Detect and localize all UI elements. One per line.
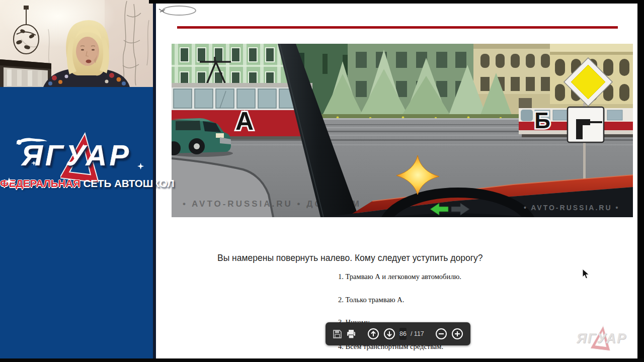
question-text: Вы намерены повернуть налево. Кому следу… [217,253,499,263]
panel-border [153,0,156,358]
slide-image: А Б [172,44,633,217]
brand-logo: ЯГУАР ФЕДЕРАЛЬНАЯ СЕТЬ АВТОШКОЛ [0,131,153,197]
print-button[interactable] [346,326,356,341]
pdf-toolbar: 86 / 117 [326,322,470,345]
print-icon [346,329,356,339]
answer-option-2: 2. Только трамваю А. [338,296,499,304]
zoom-out-button[interactable] [435,326,447,341]
webcam-video [0,0,153,87]
save-button[interactable] [333,326,342,341]
zoom-in-icon [451,328,463,340]
fullscreen-button[interactable] [474,326,486,341]
bottom-frame-bar [0,358,644,362]
page-down-icon [383,328,395,340]
main-road-direction-sign [568,107,604,142]
ellipse-doodle [156,3,198,18]
right-frame-bar [637,0,644,362]
mirror [0,59,51,87]
slide-watermark-right: • AVTO-RUSSIA.RU • [524,204,619,212]
top-frame-bar [149,0,644,4]
red-divider-line [177,26,618,29]
page-total: / 117 [411,330,424,337]
watermark-logo-text: ЯГУАР [572,331,632,346]
page-up-icon [367,328,379,340]
webinar-screen: ЯГУАР ФЕДЕРАЛЬНАЯ СЕТЬ АВТОШКОЛ [0,0,644,362]
page-up-button[interactable] [367,326,379,341]
mouse-cursor [582,268,590,280]
fullscreen-icon [474,328,486,339]
tram-b-label: Б [534,108,550,133]
tram-a-label: А [235,107,254,135]
zoom-in-button[interactable] [451,326,463,341]
zoom-out-icon [435,328,447,340]
sparkles [3,161,150,192]
answer-option-1: 1. Трамваю А и легковому автомобилю. [338,273,499,281]
presenter-scene [0,0,153,87]
page-number-input[interactable]: 86 [399,328,407,340]
sidebar-branding-panel: ЯГУАР ФЕДЕРАЛЬНАЯ СЕТЬ АВТОШКОЛ [0,87,153,358]
watermark-logo: ЯГУАР [572,325,632,354]
page-down-button[interactable] [383,326,395,341]
save-icon [333,329,342,339]
